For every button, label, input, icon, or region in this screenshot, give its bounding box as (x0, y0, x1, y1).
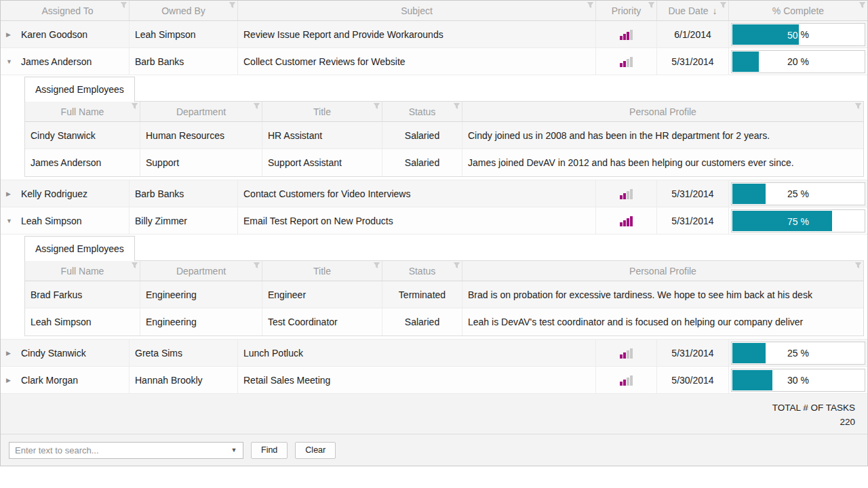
cell-text: Terminated (399, 289, 446, 300)
progress-bar: 75 %75 % (731, 209, 865, 232)
column-header-status[interactable]: Status (382, 261, 462, 281)
filter-icon[interactable] (855, 262, 861, 268)
column-header-status[interactable]: Status (382, 102, 462, 121)
filter-icon[interactable] (720, 2, 726, 8)
detail-tab-assigned-employees[interactable]: Assigned Employees (24, 236, 135, 261)
priority-bar (627, 218, 629, 226)
cell-text: Leah Simpson (135, 29, 196, 40)
table-row[interactable]: ▼James AndersonBarb BanksCollect Custome… (1, 48, 867, 75)
column-header-personal-profile[interactable]: Personal Profile (462, 102, 863, 121)
column-header-department[interactable]: Department (140, 261, 262, 281)
full-name-cell: Brad Farkus (25, 281, 140, 308)
collapse-row-icon[interactable]: ▼ (6, 58, 21, 65)
cell-text: Review Issue Report and Provide Workarou… (243, 29, 443, 40)
filter-icon[interactable] (132, 103, 138, 109)
column-header-title[interactable]: Title (262, 261, 382, 281)
cell-text: Clark Morgan (21, 375, 78, 386)
department-cell: Engineering (140, 308, 262, 336)
personal-profile-cell: Brad is on probation for excessive tardi… (462, 281, 863, 308)
task-grid: Assigned ToOwned BySubjectPriorityDue Da… (0, 0, 868, 466)
detail-tab-assigned-employees[interactable]: Assigned Employees (24, 77, 135, 102)
cell-text: Engineering (146, 317, 197, 327)
filter-icon[interactable] (121, 2, 127, 8)
employee-row[interactable]: James AndersonSupportSupport AssistantSa… (25, 149, 863, 176)
detail-section: Assigned EmployeesFull NameDepartmentTit… (1, 235, 867, 340)
due-date-cell: 5/30/2014 (657, 367, 729, 393)
cell-text: Salaried (405, 157, 439, 168)
column-header-owned-by[interactable]: Owned By (130, 1, 238, 20)
status-cell: Salaried (382, 308, 462, 336)
find-button[interactable]: Find (251, 442, 288, 459)
search-input[interactable] (9, 445, 225, 455)
main-header-row: Assigned ToOwned BySubjectPriorityDue Da… (1, 1, 867, 21)
pct-complete-cell: 25 %25 % (729, 340, 867, 366)
filter-icon[interactable] (132, 262, 138, 268)
table-row[interactable]: ▶Karen GoodsonLeah SimpsonReview Issue R… (1, 21, 867, 48)
employee-row[interactable]: Leah SimpsonEngineeringTest CoordinatorS… (25, 308, 863, 336)
column-header-label: Priority (612, 5, 642, 16)
priority-bar (623, 380, 626, 386)
subject-cell: Lunch Potluck (238, 340, 596, 366)
table-row[interactable]: ▶Kelly RodriguezBarb BanksContact Custom… (1, 180, 867, 207)
column-header-due-date[interactable]: Due Date↓ (657, 1, 729, 20)
filter-icon[interactable] (254, 103, 260, 109)
filter-icon[interactable] (648, 2, 654, 8)
column-header-label: Due Date (668, 5, 708, 16)
progress-label: 50 % (732, 24, 799, 45)
column-header-label: Subject (401, 5, 433, 16)
chevron-down-icon[interactable]: ▼ (225, 447, 243, 453)
expand-row-icon[interactable]: ▶ (6, 377, 21, 384)
column-header-priority[interactable]: Priority (596, 1, 657, 20)
expand-row-icon[interactable]: ▶ (6, 350, 21, 357)
employee-row[interactable]: Cindy StanwickHuman ResourcesHR Assistan… (25, 122, 863, 149)
cell-text: Leah Simpson (21, 216, 82, 226)
column-header-assigned-to[interactable]: Assigned To (1, 1, 130, 20)
owned-by-cell: Barb Banks (130, 48, 238, 75)
subject-cell: Email Test Report on New Products (238, 207, 596, 234)
column-header-full-name[interactable]: Full Name (25, 102, 140, 121)
column-header-subject[interactable]: Subject (238, 1, 596, 20)
filter-icon[interactable] (454, 103, 460, 109)
table-row[interactable]: ▶Cindy StanwickGreta SimsLunch Potluck5/… (1, 340, 867, 367)
column-header-personal-profile[interactable]: Personal Profile (462, 261, 863, 281)
cell-text: HR Assistant (268, 130, 322, 141)
filter-icon[interactable] (254, 262, 260, 268)
owned-by-cell: Leah Simpson (130, 21, 238, 47)
priority-bar (630, 189, 633, 199)
pct-complete-cell: 30 %30 % (729, 367, 867, 393)
cell-text: Cindy joined us in 2008 and has been in … (468, 130, 770, 141)
cell-text: Retail Sales Meeting (243, 375, 330, 386)
priority-bar (623, 352, 626, 359)
filter-icon[interactable] (855, 103, 861, 109)
collapse-row-icon[interactable]: ▼ (6, 218, 21, 224)
column-header-title[interactable]: Title (262, 102, 382, 121)
cell-text: Kelly Rodriguez (21, 188, 87, 199)
filter-icon[interactable] (374, 103, 380, 109)
column-header-complete[interactable]: % Complete (729, 1, 867, 20)
progress-fill: 25 % (732, 184, 766, 204)
filter-icon[interactable] (454, 262, 460, 268)
priority-bar (627, 378, 629, 386)
table-row[interactable]: ▶Clark MorganHannah BrooklyRetail Sales … (1, 367, 867, 394)
employee-row[interactable]: Brad FarkusEngineeringEngineerTerminated… (25, 281, 863, 308)
progress-bar: 20 %20 % (731, 50, 865, 73)
expand-row-icon[interactable]: ▶ (6, 31, 21, 38)
progress-fill: 50 % (732, 24, 799, 45)
filter-icon[interactable] (859, 2, 865, 8)
column-header-department[interactable]: Department (140, 102, 262, 121)
progress-bar: 30 %30 % (731, 369, 865, 392)
cell-text: Leah Simpson (31, 317, 92, 327)
progress-bar: 25 %25 % (731, 342, 865, 365)
column-header-full-name[interactable]: Full Name (25, 261, 140, 281)
clear-button[interactable]: Clear (295, 442, 336, 459)
filter-icon[interactable] (229, 2, 235, 8)
table-row[interactable]: ▼Leah SimpsonBilly ZimmerEmail Test Repo… (1, 207, 867, 235)
status-cell: Terminated (382, 281, 462, 308)
owned-by-cell: Barb Banks (130, 180, 238, 207)
subject-cell: Contact Customers for Video Interviews (238, 180, 596, 207)
filter-icon[interactable] (587, 2, 593, 8)
cell-text: 5/30/2014 (671, 375, 713, 386)
department-cell: Human Resources (140, 122, 262, 148)
expand-row-icon[interactable]: ▶ (6, 190, 21, 197)
filter-icon[interactable] (374, 262, 380, 268)
